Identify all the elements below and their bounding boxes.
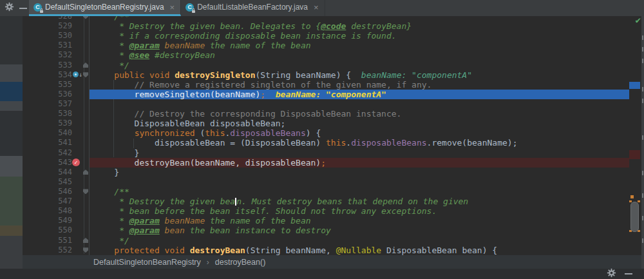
code-text[interactable]: */	[89, 236, 629, 245]
gutter[interactable]: 540	[23, 128, 89, 138]
scrollbar-thumb[interactable]	[630, 202, 639, 232]
gutter[interactable]: 532	[23, 50, 89, 60]
breadcrumb-method[interactable]: destroyBean()	[215, 258, 266, 267]
gutter[interactable]: 548	[23, 206, 89, 216]
fold-column	[82, 41, 89, 50]
breakpoint-line-mark[interactable]	[629, 150, 640, 159]
gutter-icon-slot	[72, 226, 82, 235]
gutter[interactable]: 530	[23, 31, 89, 41]
code-text[interactable]: * Destroy the given bean. Must destroy b…	[89, 197, 629, 206]
line-number[interactable]: 551	[23, 236, 72, 245]
code-text[interactable]: * @param bean the bean instance to destr…	[89, 226, 629, 235]
code-text[interactable]: * if a corresponding disposable bean ins…	[89, 31, 629, 41]
gutter[interactable]: 538	[23, 109, 89, 119]
line-number[interactable]: 543	[23, 158, 72, 168]
code-text[interactable]: * bean before the bean itself. Should no…	[89, 206, 629, 216]
line-number[interactable]: 537	[23, 99, 72, 109]
fold-marker-end[interactable]	[83, 63, 88, 68]
code-text[interactable]: removeSingleton(beanName); beanName: "co…	[89, 90, 629, 99]
line-number[interactable]: 548	[23, 206, 72, 216]
line-number[interactable]: 545	[23, 177, 72, 187]
code-text[interactable]: * @param beanName the name of the bean	[89, 216, 629, 226]
line-number[interactable]: 532	[23, 50, 72, 60]
error-stripe[interactable]: ✔	[629, 16, 641, 255]
code-text[interactable]: // Destroy the corresponding DisposableB…	[89, 109, 629, 119]
code-text[interactable]: synchronized (this.disposableBeans) {	[89, 128, 629, 138]
gutter[interactable]: 550	[23, 226, 89, 235]
code-text[interactable]: disposableBean = (DisposableBean) this.d…	[89, 138, 629, 148]
fold-marker-open[interactable]	[83, 189, 88, 194]
gutter[interactable]: 529	[23, 21, 89, 31]
fold-marker-open[interactable]	[83, 247, 88, 253]
line-number[interactable]: 541	[23, 138, 72, 148]
close-icon[interactable]: ×	[170, 3, 175, 12]
selection-mark[interactable]	[638, 200, 640, 202]
gutter[interactable]: 539	[23, 119, 89, 128]
breadcrumb-class[interactable]: DefaultSingletonBeanRegistry	[93, 258, 201, 267]
code-text[interactable]: public void destroySingleton(String bean…	[89, 70, 629, 80]
code-text[interactable]: // Remove a registered singleton of the …	[89, 80, 629, 90]
code-text[interactable]: }	[89, 148, 629, 158]
gear-icon[interactable]	[607, 268, 616, 279]
code-text[interactable]: protected void destroyBean(String beanNa…	[89, 245, 629, 255]
line-number[interactable]: 535	[23, 80, 72, 90]
gutter[interactable]: 549	[23, 216, 89, 226]
fold-marker-end[interactable]	[83, 238, 88, 243]
line-number[interactable]: 534	[23, 70, 72, 80]
minimize-icon[interactable]	[625, 273, 632, 274]
method-overridden-icon[interactable]	[73, 72, 79, 77]
code-text[interactable]: * @param beanName the name of the bean	[89, 41, 629, 50]
code-text[interactable]: DisposableBean disposableBean;	[89, 119, 629, 128]
code-text[interactable]: * Destroy the given bean. Delegates to {…	[89, 21, 629, 31]
gutter[interactable]: 536	[23, 90, 89, 99]
gutter[interactable]: 545	[23, 177, 89, 187]
gutter[interactable]: 547	[23, 197, 89, 206]
code-text[interactable]	[89, 177, 629, 187]
line-number[interactable]: 550	[23, 226, 72, 235]
line-number[interactable]: 549	[23, 216, 72, 226]
gutter[interactable]: 542	[23, 148, 89, 158]
code-text[interactable]	[89, 99, 629, 109]
fold-marker-end[interactable]	[83, 169, 88, 175]
line-number[interactable]: 536	[23, 90, 72, 99]
gutter[interactable]: 535	[23, 80, 89, 90]
fold-marker-open[interactable]	[83, 72, 88, 77]
gutter[interactable]: 541	[23, 138, 89, 148]
line-number[interactable]: 531	[23, 41, 72, 50]
line-number[interactable]: 542	[23, 148, 72, 158]
line-number[interactable]: 544	[23, 168, 72, 177]
close-icon[interactable]: ×	[314, 3, 319, 12]
line-number[interactable]: 552	[23, 245, 72, 255]
code-editor[interactable]: 528 /**529 * Destroy the given bean. Del…	[23, 12, 629, 255]
code-text[interactable]: */	[89, 61, 629, 70]
gutter[interactable]: 537	[23, 99, 89, 109]
gutter[interactable]: 531	[23, 41, 89, 50]
line-number[interactable]: 533	[23, 61, 72, 70]
gutter[interactable]: 551	[23, 236, 89, 245]
line-number[interactable]: 538	[23, 109, 72, 119]
gutter[interactable]: 543✓	[23, 158, 89, 168]
code-text[interactable]: * @see #destroyBean	[89, 50, 629, 60]
gutter[interactable]: 552	[23, 245, 89, 255]
gutter[interactable]: 546	[23, 187, 89, 197]
line-number[interactable]: 530	[23, 31, 72, 41]
gutter[interactable]: 533	[23, 61, 89, 70]
line-number[interactable]: 547	[23, 197, 72, 206]
line-number[interactable]: 540	[23, 128, 72, 138]
tab-defaultsingletonbeanregistry[interactable]: CDefaultSingletonBeanRegistry.java×	[29, 0, 181, 16]
gutter[interactable]: 544	[23, 168, 89, 177]
code-text[interactable]: /**	[89, 187, 629, 197]
line-number[interactable]: 539	[23, 119, 72, 128]
tab-defaultlistablebeanfactory[interactable]: CDefaultListableBeanFactory.java×	[181, 0, 325, 16]
breakpoint-verified-icon[interactable]: ✓	[72, 159, 80, 166]
minimize-icon[interactable]	[19, 8, 27, 9]
line-number[interactable]: 529	[23, 21, 72, 31]
warning-mark[interactable]	[630, 195, 634, 198]
inspections-ok-icon[interactable]: ✔	[636, 15, 641, 25]
execution-line-mark[interactable]	[629, 82, 640, 89]
code-text[interactable]: }	[89, 168, 629, 177]
code-text[interactable]: destroyBean(beanName, disposableBean);	[89, 158, 629, 168]
line-number[interactable]: 546	[23, 187, 72, 197]
gutter[interactable]: 534↓	[23, 70, 89, 80]
gear-icon[interactable]	[5, 2, 14, 14]
